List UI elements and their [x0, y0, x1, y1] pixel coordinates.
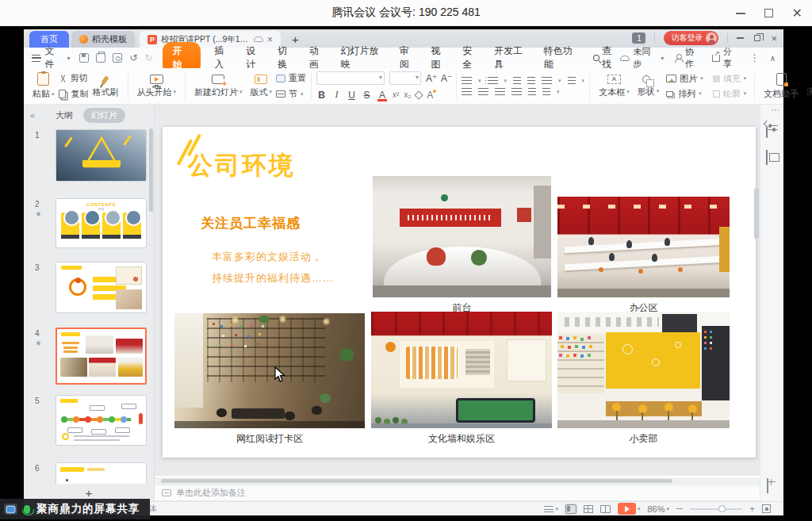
play-slideshow-button[interactable]: [618, 503, 636, 515]
shapes-button[interactable]: 形状▾: [634, 75, 664, 98]
outline-button[interactable]: 轮廓▾: [713, 88, 747, 100]
slide-thumbnail-6[interactable]: [56, 462, 147, 484]
tab-slides[interactable]: 幻灯片: [83, 108, 125, 123]
bullet-list-icon[interactable]: [462, 77, 472, 84]
horizontal-scrollbar[interactable]: [155, 477, 760, 485]
wps-close-icon[interactable]: ×: [771, 33, 777, 44]
tab-transitions[interactable]: 切换: [278, 44, 296, 71]
layers-icon[interactable]: [766, 150, 768, 165]
effects-icon[interactable]: [766, 123, 768, 138]
tab-special-features[interactable]: 特色功能: [544, 44, 580, 71]
vertical-scrollbar[interactable]: [754, 188, 759, 239]
tab-docer-templates[interactable]: 稻壳模板: [71, 31, 135, 48]
justify-icon[interactable]: [511, 88, 522, 95]
fill-button[interactable]: 填充▾: [713, 73, 747, 85]
line-spacing-icon[interactable]: [542, 77, 552, 84]
decrease-font-icon[interactable]: A⁻: [441, 73, 451, 84]
textbox-button[interactable]: A 文本框▾: [595, 75, 634, 98]
print-icon[interactable]: [96, 53, 105, 63]
redo-icon[interactable]: ↻: [144, 53, 152, 63]
cut-button[interactable]: 剪切: [59, 72, 89, 84]
slide-thumbnail-2[interactable]: CONTENTS 目录: [56, 198, 147, 248]
slide-title[interactable]: 公司环境: [188, 149, 296, 182]
caption-culture-wall[interactable]: 文化墙和娱乐区: [371, 432, 552, 446]
align-left-icon[interactable]: [462, 88, 472, 95]
zoom-slider[interactable]: [690, 508, 742, 510]
reading-view-button[interactable]: [600, 505, 611, 513]
align-center-icon[interactable]: [478, 88, 488, 95]
collaborate-button[interactable]: 协作: [674, 46, 701, 70]
section-button[interactable]: 节▾: [276, 88, 306, 100]
find-menu[interactable]: 查找: [593, 44, 620, 71]
slide-body-text[interactable]: 丰富多彩的文娱活动， 持续提升的福利待遇……: [212, 246, 334, 289]
distribute-icon[interactable]: [528, 88, 536, 95]
align-right-icon[interactable]: [495, 88, 505, 95]
reset-button[interactable]: 重置: [276, 72, 306, 84]
underline-button[interactable]: U: [347, 90, 357, 101]
panel-scrollbar[interactable]: [149, 128, 153, 212]
caption-reading-area[interactable]: 网红阅读打卡区: [174, 432, 365, 446]
outdent-icon[interactable]: [513, 77, 521, 84]
strikethrough-button[interactable]: S: [362, 90, 372, 101]
doc-assistant-button[interactable]: 文档助手: [760, 73, 802, 100]
photo-reading-area[interactable]: 网红阅读打卡区: [174, 313, 365, 446]
text-effects-button[interactable]: A: [427, 90, 433, 101]
normal-view-button[interactable]: [565, 504, 576, 514]
font-size-combo[interactable]: [389, 71, 421, 85]
slide-thumbnail-1[interactable]: [56, 129, 147, 182]
tab-view[interactable]: 视图: [431, 44, 449, 71]
slide-thumbnail-4-selected[interactable]: [56, 328, 147, 385]
arrange-button[interactable]: 排列▾: [666, 88, 703, 100]
format-painter-button[interactable]: 格式刷: [89, 75, 123, 98]
photo-office-area[interactable]: 办公区: [557, 197, 730, 315]
caption-shop[interactable]: 小卖部: [557, 432, 730, 446]
save-icon[interactable]: [79, 53, 89, 63]
notes-toggle-icon[interactable]: ▾: [544, 506, 558, 512]
new-slide-button[interactable]: 新建幻灯片▾: [190, 75, 247, 98]
paste-button[interactable]: 粘贴▾: [29, 72, 59, 100]
columns-icon[interactable]: [542, 88, 550, 95]
notes-bar[interactable]: 单击此处添加备注: [155, 485, 760, 501]
user-count-badge[interactable]: 1: [632, 33, 645, 44]
subscript-button[interactable]: x₂: [404, 90, 411, 99]
sync-status[interactable]: 未同步 ▾: [620, 46, 664, 70]
wps-restore-icon[interactable]: [754, 35, 760, 41]
tab-devtools[interactable]: 开发工具: [494, 44, 530, 71]
present-tools-button[interactable]: 演示工具▾: [802, 75, 812, 98]
add-slide-button[interactable]: +: [24, 487, 154, 499]
picture-button[interactable]: 图片▾: [666, 73, 703, 85]
tab-insert[interactable]: 插入: [214, 44, 232, 71]
minimize-icon[interactable]: [736, 13, 745, 14]
slide-canvas[interactable]: 公司环境 关注员工幸福感 丰富多彩的文娱活动， 持续提升的福利待遇…… 前台: [163, 127, 756, 458]
slide-subtitle[interactable]: 关注员工幸福感: [201, 214, 301, 232]
print-preview-icon[interactable]: [113, 53, 122, 63]
superscript-button[interactable]: x²: [393, 90, 399, 99]
copy-button[interactable]: 复制: [59, 88, 89, 100]
play-from-start-button[interactable]: 从头开始▾: [133, 75, 181, 98]
increase-font-icon[interactable]: A⁺: [426, 73, 436, 84]
tab-security[interactable]: 安全: [462, 44, 481, 71]
layout-button[interactable]: 版式▾: [247, 75, 277, 98]
slide-thumbnail-3[interactable]: [56, 262, 147, 313]
tab-review[interactable]: 审阅: [400, 44, 418, 71]
font-color-button[interactable]: A: [377, 90, 388, 101]
collapse-ribbon-icon[interactable]: ∧: [770, 54, 776, 63]
text-direction-icon[interactable]: [568, 77, 576, 84]
tab-slideshow[interactable]: 幻灯片放映: [341, 44, 386, 71]
numbered-list-icon[interactable]: [488, 77, 498, 84]
guest-login-button[interactable]: 访客登录: [664, 31, 718, 45]
zoom-slider-knob[interactable]: [718, 505, 726, 512]
clear-format-icon[interactable]: [415, 90, 423, 99]
italic-button[interactable]: I: [331, 89, 342, 101]
share-button[interactable]: 分享: [712, 46, 740, 70]
maximize-icon[interactable]: [764, 9, 773, 17]
slide-sorter-view-button[interactable]: [584, 505, 593, 513]
font-name-combo[interactable]: [316, 71, 385, 85]
zoom-in-icon[interactable]: +: [749, 504, 755, 514]
tab-animations[interactable]: 动画: [309, 44, 327, 71]
zoom-level[interactable]: 86%▾: [647, 504, 669, 514]
file-menu[interactable]: 文件 ▾: [32, 44, 70, 71]
fit-slide-icon[interactable]: [762, 504, 771, 513]
tab-outline[interactable]: 大纲: [52, 108, 76, 123]
photo-front-desk[interactable]: 前台: [373, 176, 551, 315]
